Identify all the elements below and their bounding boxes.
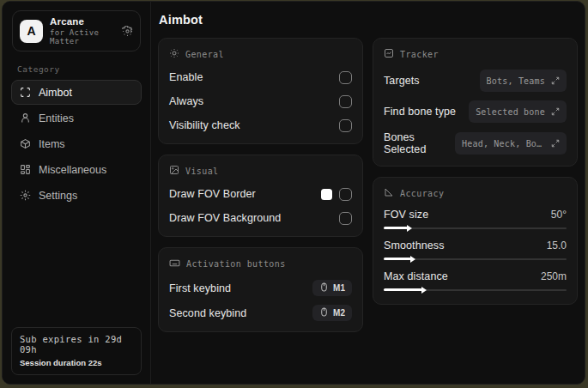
section-title: Activation buttons: [186, 259, 286, 269]
accuracy-section-header: Accuracy: [384, 187, 567, 199]
slider-value: 15.0: [547, 239, 567, 252]
visual-card: Visual Draw FOV Border Draw FOV Backgrou…: [158, 155, 363, 237]
image-icon: [169, 165, 179, 177]
fov-border-color-swatch[interactable]: [321, 189, 332, 200]
setting-row-second-keybind: Second keybind M2: [169, 305, 352, 321]
radar-icon: [384, 48, 394, 60]
sidebar-item-aimbot[interactable]: Aimbot: [11, 80, 142, 105]
main-content: Aimbot General Enable: [151, 2, 585, 384]
sidebar-item-label: Entities: [39, 112, 74, 124]
setting-label: First keybind: [169, 282, 231, 294]
smoothness-slider[interactable]: [384, 255, 567, 263]
mouse-icon: [319, 282, 329, 294]
setting-label: Smoothness: [384, 239, 444, 252]
setting-row-draw-fov-background: Draw FOV Background: [169, 210, 352, 226]
always-checkbox[interactable]: [339, 95, 352, 108]
slider-fill: [384, 288, 422, 291]
sidebar-item-settings[interactable]: Settings: [11, 183, 142, 208]
brand-subtitle: for Active Matter: [50, 28, 115, 45]
cube-icon: [20, 138, 31, 149]
setting-label: Second keybind: [169, 307, 246, 319]
sidebar-item-label: Settings: [39, 190, 77, 202]
slider-thumb[interactable]: [410, 256, 415, 263]
brand-text: Arcane for Active Matter: [50, 16, 115, 45]
setting-row-first-keybind: First keybind M1: [169, 280, 352, 296]
accuracy-card: Accuracy FOV size 50°: [373, 177, 578, 305]
sub-expires-text: Sub expires in 29d 09h: [20, 334, 133, 355]
first-keybind-button[interactable]: M1: [312, 280, 352, 296]
max-distance-slider-block: Max distance 250m: [384, 270, 567, 294]
keybind-value: M1: [333, 283, 345, 293]
max-distance-slider[interactable]: [384, 286, 567, 294]
section-title: Tracker: [400, 50, 439, 59]
sidebar: A Arcane for Active Matter Category Aimb…: [3, 2, 151, 384]
activation-buttons-card: Activation buttons First keybind M1 Seco…: [158, 247, 363, 332]
slider-value: 250m: [541, 270, 567, 282]
setting-label: Find bone type: [384, 106, 456, 118]
section-title: General: [185, 50, 224, 59]
bones-selected-dropdown[interactable]: Head, Neck, Body, Pe..: [455, 132, 567, 155]
setting-label: Max distance: [384, 270, 448, 282]
targets-dropdown[interactable]: Bots, Teams: [480, 70, 567, 92]
page-title: Aimbot: [159, 13, 575, 27]
slider-fill: [384, 227, 408, 229]
draw-fov-border-checkbox[interactable]: [339, 188, 352, 201]
slider-thumb[interactable]: [407, 225, 412, 232]
second-keybind-button[interactable]: M2: [312, 305, 352, 321]
brand-logo: A: [20, 20, 43, 43]
brand-name: Arcane: [50, 16, 115, 27]
mouse-icon: [319, 307, 329, 318]
setting-label: FOV size: [384, 209, 428, 221]
gear-icon[interactable]: [122, 26, 133, 37]
fov-size-slider-block: FOV size 50°: [384, 209, 567, 232]
setting-row-find-bone-type: Find bone type Selected bone: [384, 100, 567, 123]
crosshair-scan-icon: [20, 87, 31, 98]
setting-row-enable: Enable: [169, 70, 352, 85]
category-label: Category: [17, 64, 150, 74]
setting-row-bones-selected: Bones Selected Head, Neck, Body, Pe..: [384, 131, 567, 155]
setting-label: Always: [169, 95, 203, 107]
draw-fov-background-checkbox[interactable]: [339, 212, 352, 225]
dropdown-value: Bots, Teams: [487, 76, 545, 86]
entities-person-icon: [20, 112, 31, 124]
settings-gear-icon: [20, 190, 31, 201]
tracker-section-header: Tracker: [384, 48, 567, 60]
expand-icon: [551, 73, 560, 88]
right-column: Tracker Targets Bots, Teams Find bone ty…: [373, 38, 578, 332]
activation-section-header: Activation buttons: [169, 258, 352, 270]
enable-checkbox[interactable]: [339, 71, 352, 84]
sidebar-item-entities[interactable]: Entities: [11, 106, 142, 130]
tracker-card: Tracker Targets Bots, Teams Find bone ty…: [373, 38, 578, 167]
find-bone-type-dropdown[interactable]: Selected bone: [469, 100, 567, 123]
setting-label: Visibility check: [169, 119, 240, 131]
sidebar-item-miscellaneous[interactable]: Miscellaneous: [11, 157, 142, 182]
keybind-value: M2: [333, 308, 345, 318]
keyboard-icon: [169, 258, 180, 270]
dropdown-value: Head, Neck, Body, Pe..: [462, 139, 545, 149]
setting-label: Targets: [384, 75, 420, 87]
brand-card: A Arcane for Active Matter: [12, 10, 141, 52]
layout-icon: [20, 164, 31, 175]
visibility-check-checkbox[interactable]: [339, 119, 352, 132]
visual-section-header: Visual: [169, 165, 352, 177]
fov-size-slider[interactable]: [384, 224, 567, 232]
sidebar-item-label: Aimbot: [39, 87, 72, 99]
category-nav: Aimbot Entities Items Miscellaneous: [3, 80, 150, 208]
smoothness-slider-block: Smoothness 15.0: [384, 239, 567, 263]
slider-thumb[interactable]: [421, 287, 427, 294]
section-title: Visual: [185, 167, 219, 176]
sun-icon: [169, 48, 179, 60]
setting-row-always: Always: [169, 94, 352, 109]
angle-icon: [384, 187, 394, 199]
general-section-header: General: [169, 48, 352, 60]
left-column: General Enable Always Visibility check: [158, 38, 363, 332]
sidebar-item-items[interactable]: Items: [11, 131, 142, 156]
setting-label: Draw FOV Border: [169, 188, 256, 200]
sidebar-item-label: Miscellaneous: [39, 164, 106, 176]
setting-label: Enable: [169, 71, 203, 83]
expand-icon: [551, 104, 560, 119]
slider-value: 50°: [551, 209, 567, 221]
setting-row-visibility-check: Visibility check: [169, 118, 352, 133]
section-title: Accuracy: [400, 189, 444, 198]
dropdown-value: Selected bone: [476, 107, 545, 117]
